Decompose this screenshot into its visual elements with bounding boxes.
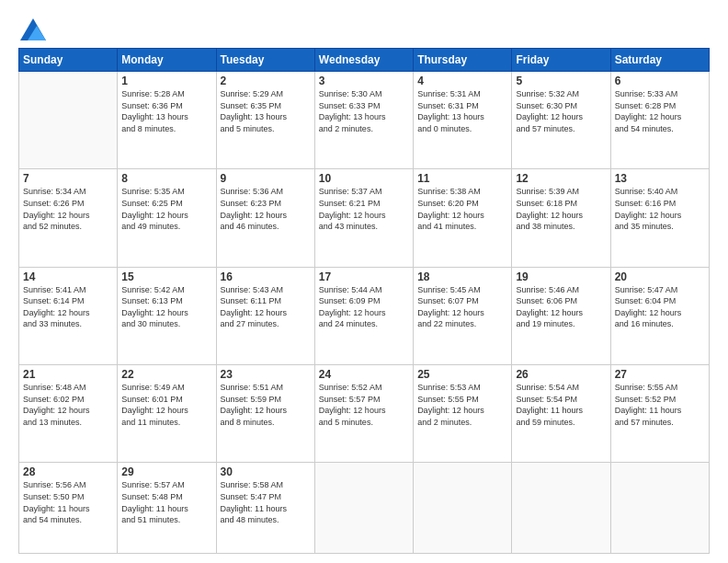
calendar-cell: 16Sunrise: 5:43 AM Sunset: 6:11 PM Dayli… [216,267,314,364]
cell-info: Sunrise: 5:58 AM Sunset: 5:47 PM Dayligh… [221,479,311,525]
cell-info: Sunrise: 5:55 AM Sunset: 5:52 PM Dayligh… [615,382,705,428]
week-row-2: 7Sunrise: 5:34 AM Sunset: 6:26 PM Daylig… [19,169,710,267]
week-row-4: 21Sunrise: 5:48 AM Sunset: 6:02 PM Dayli… [19,364,710,462]
cell-info: Sunrise: 5:31 AM Sunset: 6:31 PM Dayligh… [417,88,507,134]
calendar-cell: 23Sunrise: 5:51 AM Sunset: 5:59 PM Dayli… [216,364,314,462]
day-number: 8 [121,172,211,185]
header [18,15,710,40]
cell-info: Sunrise: 5:32 AM Sunset: 6:30 PM Dayligh… [516,88,606,134]
calendar-cell: 3Sunrise: 5:30 AM Sunset: 6:33 PM Daylig… [314,72,413,169]
calendar-cell: 11Sunrise: 5:38 AM Sunset: 6:20 PM Dayli… [414,169,512,267]
day-number: 18 [417,270,507,283]
day-number: 1 [121,75,211,87]
calendar-cell: 14Sunrise: 5:41 AM Sunset: 6:14 PM Dayli… [19,267,118,364]
day-number: 3 [319,75,409,87]
day-number: 12 [516,172,606,185]
calendar-cell: 22Sunrise: 5:49 AM Sunset: 6:01 PM Dayli… [118,364,216,462]
calendar-cell: 20Sunrise: 5:47 AM Sunset: 6:04 PM Dayli… [610,267,709,364]
day-number: 22 [121,368,211,381]
cell-info: Sunrise: 5:42 AM Sunset: 6:13 PM Dayligh… [121,284,211,330]
calendar-cell: 10Sunrise: 5:37 AM Sunset: 6:21 PM Dayli… [314,169,413,267]
day-number: 26 [516,368,606,381]
calendar-cell: 7Sunrise: 5:34 AM Sunset: 6:26 PM Daylig… [19,169,118,267]
day-number: 5 [516,75,606,87]
day-number: 6 [615,75,705,87]
cell-info: Sunrise: 5:52 AM Sunset: 5:57 PM Dayligh… [319,382,409,428]
day-number: 23 [221,368,311,381]
day-number: 7 [23,172,113,185]
cell-info: Sunrise: 5:29 AM Sunset: 6:35 PM Dayligh… [221,88,311,134]
cell-info: Sunrise: 5:35 AM Sunset: 6:25 PM Dayligh… [121,186,211,232]
calendar-cell: 29Sunrise: 5:57 AM Sunset: 5:48 PM Dayli… [118,463,216,554]
calendar-cell: 2Sunrise: 5:29 AM Sunset: 6:35 PM Daylig… [216,72,314,169]
day-number: 21 [23,368,113,381]
cell-info: Sunrise: 5:40 AM Sunset: 6:16 PM Dayligh… [615,186,705,232]
day-number: 20 [615,270,705,283]
day-number: 17 [319,270,409,283]
calendar-cell: 27Sunrise: 5:55 AM Sunset: 5:52 PM Dayli… [610,364,709,462]
weekday-header-thursday: Thursday [414,49,512,72]
calendar-cell: 30Sunrise: 5:58 AM Sunset: 5:47 PM Dayli… [216,463,314,554]
calendar-cell: 4Sunrise: 5:31 AM Sunset: 6:31 PM Daylig… [414,72,512,169]
cell-info: Sunrise: 5:45 AM Sunset: 6:07 PM Dayligh… [417,284,507,330]
cell-info: Sunrise: 5:36 AM Sunset: 6:23 PM Dayligh… [221,186,311,232]
day-number: 9 [221,172,311,185]
cell-info: Sunrise: 5:48 AM Sunset: 6:02 PM Dayligh… [23,382,113,428]
day-number: 29 [121,465,211,478]
day-number: 24 [319,368,409,381]
cell-info: Sunrise: 5:57 AM Sunset: 5:48 PM Dayligh… [121,479,211,525]
calendar-cell [19,72,118,169]
page: SundayMondayTuesdayWednesdayThursdayFrid… [0,0,728,563]
week-row-3: 14Sunrise: 5:41 AM Sunset: 6:14 PM Dayli… [19,267,710,364]
cell-info: Sunrise: 5:51 AM Sunset: 5:59 PM Dayligh… [221,382,311,428]
cell-info: Sunrise: 5:41 AM Sunset: 6:14 PM Dayligh… [23,284,113,330]
cell-info: Sunrise: 5:49 AM Sunset: 6:01 PM Dayligh… [121,382,211,428]
weekday-header-sunday: Sunday [19,49,118,72]
calendar-table: SundayMondayTuesdayWednesdayThursdayFrid… [18,48,710,554]
day-number: 13 [615,172,705,185]
day-number: 2 [221,75,311,87]
calendar-cell: 12Sunrise: 5:39 AM Sunset: 6:18 PM Dayli… [512,169,610,267]
weekday-header-friday: Friday [512,49,610,72]
calendar-cell [610,463,709,554]
day-number: 19 [516,270,606,283]
calendar-cell: 24Sunrise: 5:52 AM Sunset: 5:57 PM Dayli… [314,364,413,462]
weekday-header-monday: Monday [118,49,216,72]
day-number: 16 [221,270,311,283]
cell-info: Sunrise: 5:53 AM Sunset: 5:55 PM Dayligh… [417,382,507,428]
calendar-cell: 6Sunrise: 5:33 AM Sunset: 6:28 PM Daylig… [610,72,709,169]
calendar-cell [414,463,512,554]
cell-info: Sunrise: 5:30 AM Sunset: 6:33 PM Dayligh… [319,88,409,134]
cell-info: Sunrise: 5:38 AM Sunset: 6:20 PM Dayligh… [417,186,507,232]
day-number: 15 [121,270,211,283]
calendar-cell [512,463,610,554]
calendar-cell: 1Sunrise: 5:28 AM Sunset: 6:36 PM Daylig… [118,72,216,169]
day-number: 30 [221,465,311,478]
logo [18,15,46,40]
cell-info: Sunrise: 5:34 AM Sunset: 6:26 PM Dayligh… [23,186,113,232]
cell-info: Sunrise: 5:47 AM Sunset: 6:04 PM Dayligh… [615,284,705,330]
week-row-5: 28Sunrise: 5:56 AM Sunset: 5:50 PM Dayli… [19,463,710,554]
calendar-cell: 21Sunrise: 5:48 AM Sunset: 6:02 PM Dayli… [19,364,118,462]
calendar-cell [314,463,413,554]
cell-info: Sunrise: 5:54 AM Sunset: 5:54 PM Dayligh… [516,382,606,428]
calendar-cell: 13Sunrise: 5:40 AM Sunset: 6:16 PM Dayli… [610,169,709,267]
day-number: 10 [319,172,409,185]
day-number: 14 [23,270,113,283]
cell-info: Sunrise: 5:39 AM Sunset: 6:18 PM Dayligh… [516,186,606,232]
cell-info: Sunrise: 5:37 AM Sunset: 6:21 PM Dayligh… [319,186,409,232]
calendar-cell: 5Sunrise: 5:32 AM Sunset: 6:30 PM Daylig… [512,72,610,169]
weekday-header-saturday: Saturday [610,49,709,72]
week-row-1: 1Sunrise: 5:28 AM Sunset: 6:36 PM Daylig… [19,72,710,169]
cell-info: Sunrise: 5:46 AM Sunset: 6:06 PM Dayligh… [516,284,606,330]
calendar-cell: 15Sunrise: 5:42 AM Sunset: 6:13 PM Dayli… [118,267,216,364]
calendar-cell: 28Sunrise: 5:56 AM Sunset: 5:50 PM Dayli… [19,463,118,554]
day-number: 4 [417,75,507,87]
calendar-cell: 19Sunrise: 5:46 AM Sunset: 6:06 PM Dayli… [512,267,610,364]
cell-info: Sunrise: 5:33 AM Sunset: 6:28 PM Dayligh… [615,88,705,134]
calendar-cell: 9Sunrise: 5:36 AM Sunset: 6:23 PM Daylig… [216,169,314,267]
cell-info: Sunrise: 5:28 AM Sunset: 6:36 PM Dayligh… [121,88,211,134]
day-number: 11 [417,172,507,185]
cell-info: Sunrise: 5:43 AM Sunset: 6:11 PM Dayligh… [221,284,311,330]
calendar-cell: 26Sunrise: 5:54 AM Sunset: 5:54 PM Dayli… [512,364,610,462]
